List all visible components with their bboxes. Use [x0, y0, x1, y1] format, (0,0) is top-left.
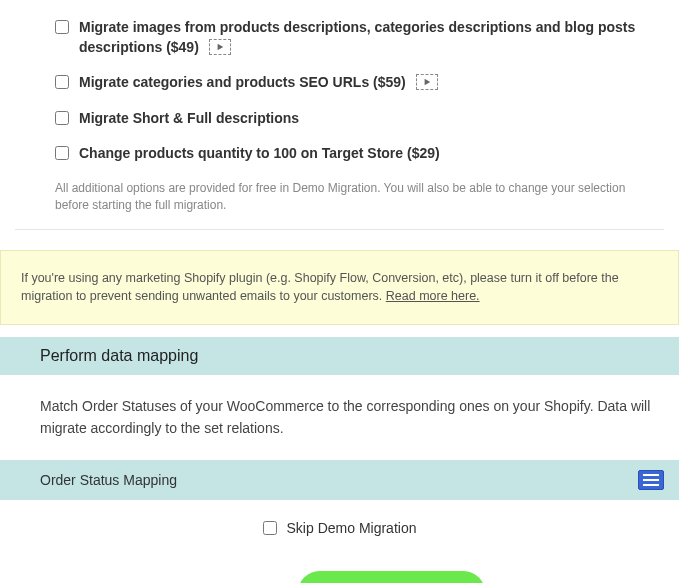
start-free-demo-button[interactable]: START FREE DEMO [298, 571, 485, 583]
option-label: Migrate categories and products SEO URLs… [79, 73, 438, 93]
mapping-section-header: Perform data mapping [0, 337, 679, 375]
option-row: Change products quantity to 100 on Targe… [15, 136, 664, 172]
option-label: Migrate images from products description… [79, 18, 664, 57]
skip-demo-label[interactable]: Skip Demo Migration [287, 520, 417, 536]
option-checkbox-descriptions[interactable] [55, 111, 69, 125]
svg-marker-0 [217, 44, 223, 50]
mapping-expand-button[interactable] [638, 470, 664, 490]
warning-box: If you're using any marketing Shopify pl… [0, 250, 679, 326]
mapping-bar-title: Order Status Mapping [40, 472, 177, 488]
svg-marker-1 [424, 79, 430, 85]
video-icon[interactable] [416, 74, 438, 90]
options-note: All additional options are provided for … [15, 172, 664, 230]
option-label: Change products quantity to 100 on Targe… [79, 144, 440, 164]
option-checkbox-quantity[interactable] [55, 146, 69, 160]
footer-row: NEXT STEP START FREE DEMO [0, 556, 679, 583]
option-row: Migrate categories and products SEO URLs… [15, 65, 664, 101]
warning-text: If you're using any marketing Shopify pl… [21, 271, 619, 304]
option-label: Migrate Short & Full descriptions [79, 109, 299, 129]
skip-demo-checkbox[interactable] [263, 521, 277, 535]
mapping-description: Match Order Statuses of your WooCommerce… [0, 375, 679, 460]
option-row: Migrate images from products description… [15, 10, 664, 65]
option-checkbox-migrate-images[interactable] [55, 20, 69, 34]
additional-options-list: Migrate images from products description… [0, 0, 679, 230]
skip-demo-row: Skip Demo Migration [0, 500, 679, 556]
warning-link[interactable]: Read more here. [386, 289, 480, 303]
option-checkbox-seo-urls[interactable] [55, 75, 69, 89]
order-status-mapping-bar: Order Status Mapping [0, 460, 679, 500]
video-icon[interactable] [209, 39, 231, 55]
option-row: Migrate Short & Full descriptions [15, 101, 664, 137]
